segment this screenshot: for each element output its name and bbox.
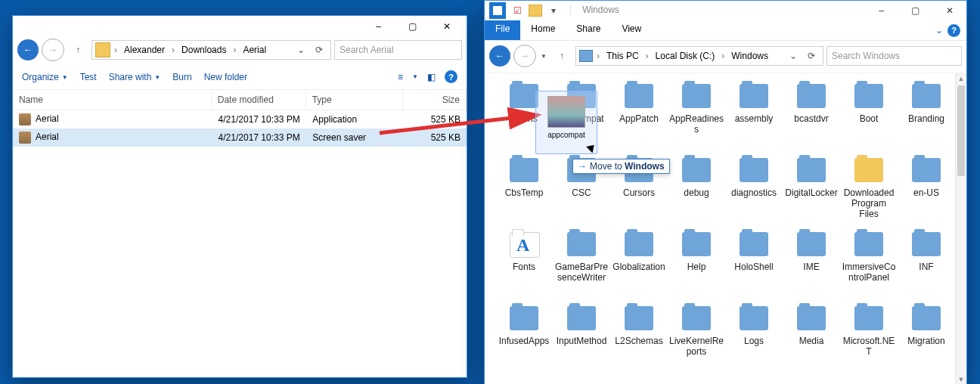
chevron-down-icon[interactable]: ▼ <box>539 53 548 60</box>
folder-item[interactable]: diagnostics <box>725 152 783 226</box>
folder-item[interactable]: CbsTemp <box>495 152 553 226</box>
back-button[interactable]: ← <box>17 39 39 60</box>
tab-home[interactable]: Home <box>520 20 566 40</box>
burn-button[interactable]: Burn <box>172 72 191 82</box>
close-button[interactable]: ✕ <box>932 1 966 20</box>
folder-item[interactable]: INF <box>898 226 955 300</box>
drag-ghost-label: appcompat <box>547 131 585 139</box>
folder-icon <box>851 81 887 111</box>
file-row[interactable]: Aerial 4/21/2017 10:33 PM Screen saver 5… <box>13 129 467 147</box>
folder-icon <box>621 81 657 111</box>
folder-item[interactable]: Microsoft.NET <box>840 300 898 374</box>
column-date[interactable]: Date modified <box>212 90 306 110</box>
breadcrumb-segment[interactable]: Local Disk (C:) <box>653 49 718 63</box>
chevron-down-icon: ▼ <box>412 73 418 80</box>
test-button[interactable]: Test <box>80 72 97 82</box>
folder-icon <box>678 303 715 333</box>
folder-item[interactable]: Media <box>783 300 840 374</box>
folder-item[interactable]: AFonts <box>495 226 553 300</box>
folder-item[interactable]: Help <box>668 226 725 300</box>
view-switcher-icon[interactable]: ≡ <box>398 72 403 82</box>
breadcrumb-segment[interactable]: This PC <box>603 49 642 63</box>
ribbon-tabs: File Home Share View ⌄ ? <box>485 20 966 41</box>
folder-item[interactable]: IME <box>783 226 840 300</box>
share-with-menu[interactable]: Share with▼ <box>109 72 161 82</box>
tab-view[interactable]: View <box>611 20 652 40</box>
breadcrumb-segment[interactable]: Alexander <box>121 43 168 57</box>
folder-item[interactable]: InfusedApps <box>495 300 553 374</box>
vertical-scrollbar[interactable]: ▲ ▼ <box>955 73 966 384</box>
new-folder-button[interactable]: New folder <box>204 72 247 82</box>
chevron-down-icon[interactable]: ▾ <box>545 2 562 19</box>
qat-properties-icon[interactable]: ☑ <box>509 2 526 19</box>
folder-icon <box>563 229 600 259</box>
preview-pane-icon[interactable]: ◧ <box>427 72 436 82</box>
file-icon <box>19 113 31 125</box>
organize-menu[interactable]: Organize▼ <box>22 72 68 82</box>
column-type[interactable]: Type <box>306 90 403 110</box>
refresh-button[interactable]: ⟳ <box>803 51 820 61</box>
file-row[interactable]: Aerial 4/21/2017 10:33 PM Application 52… <box>13 110 467 129</box>
minimize-button[interactable]: – <box>864 1 898 20</box>
search-input[interactable]: Search Windows <box>826 46 962 66</box>
folder-label: InfusedApps <box>499 336 550 347</box>
maximize-button[interactable]: ▢ <box>395 16 430 37</box>
breadcrumb-segment[interactable]: Windows <box>728 49 771 63</box>
folder-icon <box>793 229 830 259</box>
breadcrumb[interactable]: › This PC › Local Disk (C:) › Windows ⌄ … <box>575 46 823 66</box>
breadcrumb-segment[interactable]: Downloads <box>178 43 229 57</box>
tab-file[interactable]: File <box>485 20 520 40</box>
folder-item[interactable]: assembly <box>725 78 783 152</box>
refresh-button[interactable]: ⟳ <box>311 45 327 55</box>
folder-label: HoloShell <box>734 262 773 273</box>
forward-button[interactable]: → <box>42 39 64 61</box>
folder-item[interactable]: GameBarPresenceWriter <box>553 226 610 300</box>
folder-item[interactable]: L2Schemas <box>610 300 668 374</box>
up-button[interactable]: ↑ <box>67 39 88 60</box>
scroll-down-icon[interactable]: ▼ <box>956 374 966 384</box>
breadcrumb-segment[interactable]: Aerial <box>240 43 269 57</box>
folder-label: InputMethod <box>557 336 607 347</box>
open-file-dialog: – ▢ ✕ ← → ↑ › Alexander › Downloads › Ae… <box>12 15 467 378</box>
chevron-down-icon[interactable]: ⌄ <box>935 25 943 36</box>
column-name[interactable]: Name <box>13 90 212 110</box>
folder-item[interactable]: HoloShell <box>725 226 783 300</box>
minimize-button[interactable]: – <box>361 16 395 37</box>
move-arrow-icon: → <box>578 161 587 172</box>
up-button[interactable]: ↑ <box>551 45 572 67</box>
breadcrumb[interactable]: › Alexander › Downloads › Aerial ⌄ ⟳ <box>91 40 331 60</box>
folder-item[interactable]: LiveKernelReports <box>668 300 725 374</box>
folder-item[interactable]: Downloaded Program Files <box>840 152 898 226</box>
folder-icon <box>678 155 715 185</box>
folder-item[interactable]: Branding <box>898 78 955 152</box>
folder-icon <box>908 155 944 185</box>
help-icon[interactable]: ? <box>947 24 960 37</box>
folder-item[interactable]: Boot <box>840 78 898 152</box>
folder-item[interactable]: DigitalLocker <box>783 152 840 226</box>
folder-item[interactable]: InputMethod <box>553 300 610 374</box>
close-button[interactable]: ✕ <box>430 16 464 37</box>
folder-item[interactable]: AppReadiness <box>668 78 725 152</box>
qat-separator: | <box>566 1 575 20</box>
chevron-down-icon[interactable]: ⌄ <box>785 51 802 61</box>
folder-item[interactable]: bcastdvr <box>783 78 840 152</box>
scroll-up-icon[interactable]: ▲ <box>956 73 966 84</box>
help-icon[interactable]: ? <box>445 70 457 83</box>
folder-item[interactable]: Migration <box>898 300 955 374</box>
folder-item[interactable]: ImmersiveControlPanel <box>840 226 898 300</box>
folder-item[interactable]: en-US <box>898 152 955 226</box>
folder-label: ImmersiveControlPanel <box>841 262 897 283</box>
folder-item[interactable]: AppPatch <box>610 78 668 152</box>
column-size[interactable]: Size <box>403 90 467 110</box>
scroll-thumb[interactable] <box>957 85 965 176</box>
folder-item[interactable]: debug <box>668 152 725 226</box>
tab-share[interactable]: Share <box>566 20 611 40</box>
search-input[interactable]: Search Aerial <box>334 40 462 60</box>
back-button[interactable]: ← <box>489 45 510 67</box>
folder-item[interactable]: Logs <box>725 300 783 374</box>
chevron-down-icon[interactable]: ⌄ <box>293 45 309 55</box>
maximize-button[interactable]: ▢ <box>898 1 932 20</box>
folder-label: Cursors <box>623 188 655 199</box>
folder-item[interactable]: Globalization <box>610 226 668 300</box>
forward-button[interactable]: → <box>513 45 536 67</box>
